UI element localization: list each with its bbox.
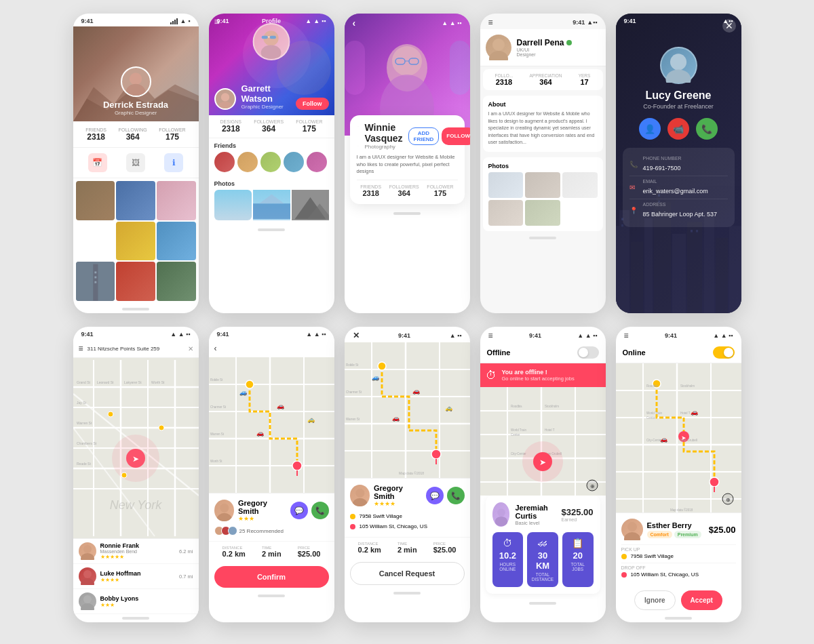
darrell-subrole: Designer [517,52,572,57]
avatar-bobby [79,592,96,610]
confirm-button[interactable]: Confirm [214,566,329,588]
p10-top: Esther Berry Comfort Premium $25.00 [621,519,736,540]
dropoff-dot-10 [621,572,627,578]
chat-btn-7[interactable]: 💬 [290,502,308,519]
call-action-btn[interactable]: 📞 [696,118,718,140]
phone-darrell: ≡ 9:41 ▲▪▪ Darrell Pena UK/UI Designer [480,14,606,313]
bobby-info: Bobby Lyons ★★★ [100,595,139,608]
status-bar-7: 9:41 ▲ ▲ ▪▪ [209,327,334,340]
svg-text:🚗: 🚗 [392,414,400,422]
svg-text:Worth St: Worth St [151,380,165,384]
lucy-info: 📞 PHONE NUMBER 419-691-7500 ✉ EMAIL erik… [623,148,735,227]
status-icons-9: ▲ ▲ ▪▪ [577,332,597,339]
ham-9[interactable]: ≡ [488,331,493,340]
phone5-avatar-wrap [616,26,741,84]
svg-point-93 [246,380,254,388]
add-friend-button[interactable]: ADD FRIEND [408,127,440,145]
wifi-2: ▲ [313,18,319,24]
signal-1 [170,18,178,24]
status-toggle-10[interactable] [713,346,735,359]
address-info-text: ADDRESS 85 Bahringer Loop Apt. 537 [643,202,718,219]
winnie-stat-friends: FRIENDS 2318 [360,184,381,197]
avatar-luke [79,567,96,585]
trip-price-7: $25.00 [298,550,321,558]
p4-photo-4 [488,200,524,226]
esther-tags: Comfort Premium [647,531,701,538]
call-btn-7[interactable]: 📞 [311,502,329,519]
time-1: 9:41 [81,18,94,24]
p2-stats: DESIGNS 2318 FOLLOWERS 364 FOLLOWER 175 [209,115,334,138]
accept-button[interactable]: Accept [681,590,722,610]
avatar-gregory-8 [350,485,370,506]
signal-3: ▲ ▲ ▪▪ [442,20,461,26]
trip-time-8-container: TIME 2 min [398,542,417,554]
status-icons-10: ▲ ▲ ▪▪ [713,332,733,339]
call-btn-8[interactable]: 📞 [447,487,465,504]
time-8: 9:41 [398,332,410,339]
offline-text-block: You are offline ! Go online to start acc… [502,369,575,382]
status-toggle-9[interactable] [577,346,599,359]
winnie-subtitle: Photography [365,144,403,150]
job-name-block: Jeremiah Curtis Basic level [515,504,556,526]
job-card-top-9: Jeremiah Curtis Basic level $325.00 Earn… [492,502,594,527]
photo-cell-5 [157,222,196,261]
back-arrow-7[interactable]: ‹ [214,344,217,353]
svg-point-13 [220,93,229,101]
stat-num-friends: 2318 [85,132,106,142]
svg-point-105 [216,513,231,521]
ham-icon-6[interactable]: ≡ [79,344,83,353]
calendar-icon-btn[interactable]: 📅 [88,153,107,172]
hours-label: HOURS ONLINE [497,562,520,571]
svg-rect-25 [345,41,365,95]
signal-5: ▲▪▪ [722,18,733,24]
svg-text:New York: New York [109,498,162,512]
ham-menu-4[interactable]: ≡ [488,18,493,27]
svg-text:Reade St: Reade St [77,462,91,466]
chat-btn-8[interactable]: 💬 [426,487,444,504]
tag-comfort: Comfort [647,531,672,538]
status-icons-6: ▲ ▲ ▪▪ [170,331,190,338]
close-8[interactable]: ✕ [353,331,360,340]
phone-info-text: PHONE NUMBER 419-691-7500 [643,156,682,173]
avatar-winnie [357,125,360,147]
close-map-6[interactable]: ✕ [188,345,193,353]
home-indicator-10 [665,617,692,620]
about-section: About I am a UI/UX designer for Website … [483,96,603,152]
phone-icon: 📞 [629,161,639,168]
svg-point-176 [624,532,640,540]
svg-point-84 [81,603,94,610]
svg-point-94 [292,461,302,470]
svg-text:🚙: 🚙 [372,374,380,382]
svg-point-80 [81,553,94,560]
back-arrow-3[interactable]: ‹ [353,18,356,28]
follow-button-winnie[interactable]: FOLLOW [442,127,469,145]
phone-winnie: ‹ ▲ ▲ ▪▪ [345,14,470,313]
status-bar-10: ≡ 9:41 ▲ ▲ ▪▪ [616,327,741,342]
trip-price-8-container: PRICE $25.00 [433,542,457,554]
photo-cell-3 [157,181,196,220]
winnie-stat-follower: FOLLOWER 175 [427,184,453,197]
photos-title: Photos [488,163,598,169]
route-card-8: Gregory Smith ★★★★ 💬 📞 7958 Swift Villag… [345,478,470,537]
ignore-button[interactable]: Ignore [634,590,676,610]
ham-10[interactable]: ≡ [624,331,629,340]
jobs-label: TOTAL JOBS [566,562,589,571]
email-info-text: EMAIL erik_waters@gmail.com [643,179,708,196]
svg-text:Robile St: Robile St [346,363,359,367]
info-icon-btn[interactable]: ℹ [164,153,183,172]
video-action-btn[interactable]: 📹 [667,118,689,140]
person-action-btn[interactable]: 👤 [639,118,661,140]
gregory-info-8: Gregory Smith ★★★★ [374,484,421,507]
status-bar-1: 9:41 ▲ ▪ [73,14,199,26]
phone-info-item: 📞 PHONE NUMBER 419-691-7500 [629,153,728,176]
trip-dist-7: 0.2 km [222,550,246,558]
home-indicator-7 [258,595,285,597]
stat-num-following: 364 [119,132,147,142]
svg-point-83 [83,595,92,603]
ronnie-dist: 6.2 mi [179,548,193,555]
map-area-7: 🚗 🚗 🚙 🚕 Robile St Charmer St Warren St W… [209,357,334,493]
photo-icon-btn[interactable]: 🖼 [126,153,145,172]
cancel-button[interactable]: Cancel Request [350,562,465,585]
stat-num-follower: 175 [159,132,185,142]
icon-row-1: 📅 🖼 ℹ [73,148,199,178]
